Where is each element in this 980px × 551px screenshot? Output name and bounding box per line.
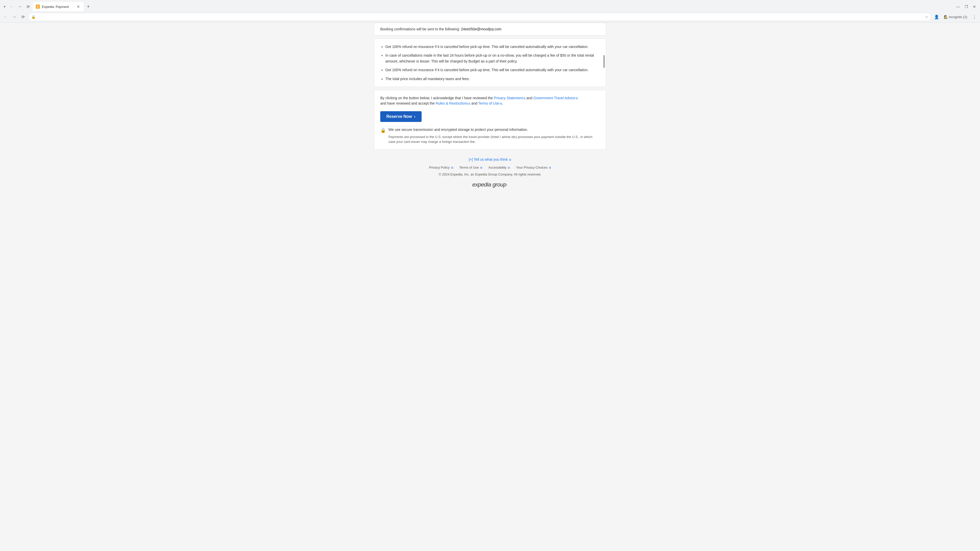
- reserve-label: Reserve Now: [387, 114, 412, 119]
- booking-confirmation-bar: Booking confirmations will be sent to th…: [374, 23, 606, 35]
- tab-close-button[interactable]: ✕: [76, 4, 81, 9]
- booking-email: 24ee050e@moodjoy.com: [461, 27, 501, 31]
- government-travel-link[interactable]: Government Travel Advice: [533, 96, 575, 100]
- external-icon-fpc: ⧉: [549, 166, 551, 169]
- toolbar-forward-button[interactable]: →: [11, 13, 18, 21]
- external-icon-fa: ⧉: [508, 166, 510, 169]
- security-texts: We use secure transmission and encrypted…: [388, 127, 600, 144]
- footer-link-terms-of-use[interactable]: Terms of Use ⧉: [460, 165, 482, 169]
- toolbar-back-button[interactable]: ←: [2, 13, 9, 21]
- acknowledgment-box: By clicking on the button below, I ackno…: [374, 90, 606, 150]
- policy-item-1: Get 100% refund on insurance if it is ca…: [385, 44, 600, 49]
- forward-button[interactable]: →: [16, 3, 24, 10]
- policy-item-2: In case of cancellations made in the las…: [385, 52, 600, 64]
- policy-item-3: Get 100% refund on insurance if it is ca…: [385, 67, 600, 73]
- scrollbar-track[interactable]: [603, 44, 605, 82]
- policy-item-4: The total price includes all mandatory t…: [385, 76, 600, 82]
- lock-icon: 🔒: [32, 15, 35, 19]
- footer-link-privacy-policy[interactable]: Privacy Policy ⧉: [429, 165, 453, 169]
- external-icon-1: ⧉: [523, 97, 525, 100]
- back-button[interactable]: ←: [8, 3, 15, 10]
- external-icon-3: ⧉: [468, 102, 470, 105]
- ack-prefix: By clicking on the button below, I ackno…: [380, 96, 493, 100]
- policy-list: Get 100% refund on insurance if it is ca…: [380, 44, 600, 82]
- tab-favicon: E: [36, 5, 40, 9]
- profile-icon[interactable]: 👤: [933, 13, 940, 21]
- security-section: 🔒 We use secure transmission and encrypt…: [380, 127, 600, 144]
- booking-confirmation-prefix: Booking confirmations will be sent to th…: [380, 27, 460, 31]
- footer-feedback: [+] Tell us what you think ⧉: [379, 157, 601, 162]
- acknowledgment-text: By clicking on the button below, I ackno…: [380, 95, 600, 106]
- external-icon-ft: ⧉: [480, 166, 482, 169]
- tab-title: Expedia: Payment: [42, 5, 74, 9]
- reserve-now-button[interactable]: Reserve Now ›: [380, 111, 422, 122]
- footer-links: Privacy Policy ⧉ Terms of Use ⧉ Accessib…: [379, 165, 601, 169]
- privacy-statement-link[interactable]: Privacy Statement: [494, 96, 523, 100]
- menu-button[interactable]: ⋮: [971, 13, 978, 21]
- active-tab[interactable]: E Expedia: Payment ✕: [33, 2, 84, 11]
- incognito-button[interactable]: 🕵 Incognito (2): [942, 14, 969, 20]
- footer: [+] Tell us what you think ⧉ Privacy Pol…: [374, 150, 606, 196]
- page-content: Booking confirmations will be sent to th…: [0, 23, 980, 551]
- external-icon-4: ⧉: [500, 102, 502, 105]
- security-sub-text: Payments are processed in the U.S. excep…: [388, 135, 600, 144]
- incognito-icon: 🕵: [944, 15, 948, 19]
- security-lock-icon: 🔒: [380, 127, 386, 133]
- reload-button[interactable]: ⟳: [24, 3, 32, 10]
- new-tab-button[interactable]: +: [85, 3, 92, 10]
- footer-copyright: © 2024 Expedia, Inc. an Expedia Group Co…: [379, 172, 601, 176]
- close-window-button[interactable]: ✕: [971, 3, 978, 10]
- external-icon-fp: ⧉: [451, 166, 453, 169]
- expedia-group-logo: expedia group·: [379, 181, 601, 188]
- footer-link-accessibility[interactable]: Accessibility ⧉: [488, 165, 510, 169]
- footer-link-privacy-choices[interactable]: Your Privacy Choices ⧉: [516, 165, 551, 169]
- external-icon-2: ⧉: [576, 97, 578, 100]
- rules-restrictions-link[interactable]: Rules & Restrictions: [436, 101, 468, 105]
- toolbar-reload-button[interactable]: ⟳: [19, 13, 27, 21]
- minimize-button[interactable]: —: [955, 3, 962, 10]
- scrollbar-thumb[interactable]: [603, 55, 605, 68]
- incognito-label: Incognito (2): [949, 15, 967, 19]
- bookmark-icon: ☆: [925, 15, 928, 19]
- policy-box: Get 100% refund on insurance if it is ca…: [374, 38, 606, 87]
- window-controls: — ❐ ✕: [955, 3, 978, 10]
- tab-dropdown-button[interactable]: ▾: [2, 3, 7, 10]
- address-bar[interactable]: 🔒 expedia.com/MultiItemCheckout?tripid=7…: [28, 13, 932, 21]
- url-input[interactable]: expedia.com/MultiItemCheckout?tripid=752…: [37, 15, 924, 19]
- ack-and-have: and have reviewed and accept the: [380, 101, 434, 105]
- tab-bar: ▾ ← → ⟳ E Expedia: Payment ✕ + — ❐ ✕: [0, 0, 980, 11]
- feedback-link[interactable]: [+] Tell us what you think: [469, 157, 508, 162]
- maximize-button[interactable]: ❐: [963, 3, 970, 10]
- browser-chrome: ▾ ← → ⟳ E Expedia: Payment ✕ + — ❐ ✕ ← →…: [0, 0, 980, 23]
- external-icon-feedback: ⧉: [509, 158, 511, 161]
- terms-of-use-link[interactable]: Terms of Use: [478, 101, 499, 105]
- main-container: Booking confirmations will be sent to th…: [369, 23, 611, 196]
- reserve-arrow-icon: ›: [414, 114, 415, 119]
- browser-toolbar: ← → ⟳ 🔒 expedia.com/MultiItemCheckout?tr…: [0, 11, 980, 22]
- security-main-text: We use secure transmission and encrypted…: [388, 127, 600, 132]
